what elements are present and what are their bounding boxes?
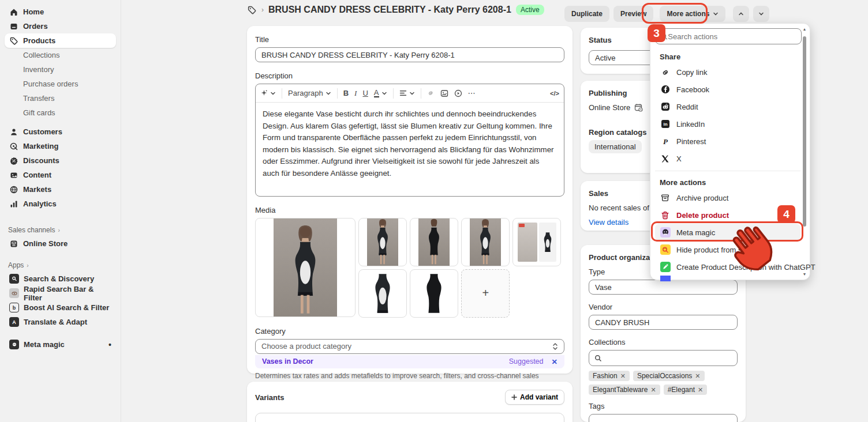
sidebar-item-online-store[interactable]: Online Store (5, 236, 116, 251)
description-textarea[interactable]: Diese elegante Vase besticht durch ihr s… (256, 103, 564, 196)
underline-button[interactable]: U (362, 89, 368, 97)
scrollbar-thumb[interactable] (803, 36, 806, 227)
chevron-down-icon (381, 91, 387, 96)
sales-channels-header[interactable]: Sales channels › (0, 224, 121, 236)
ai-magic-button[interactable] (260, 89, 276, 97)
collection-chip[interactable]: #Elegant✕ (664, 385, 708, 395)
sidebar-item-transfers[interactable]: Transfers (5, 91, 116, 106)
sidebar-item-inventory[interactable]: Inventory (5, 62, 116, 77)
sidebar-app-rapid-search[interactable]: Rapid Search Bar & Filter (5, 286, 116, 300)
menu-item-partial[interactable] (655, 276, 800, 281)
media-thumbnail-6[interactable] (358, 269, 407, 318)
media-thumbnail-main[interactable] (255, 218, 356, 317)
actions-search-field[interactable] (655, 28, 802, 44)
type-input[interactable] (589, 280, 738, 295)
remove-chip-icon[interactable]: ✕ (650, 386, 656, 394)
menu-item-facebook[interactable]: Facebook (655, 81, 800, 98)
sidebar-item-discounts[interactable]: Discounts (5, 153, 116, 168)
html-code-button[interactable]: </> (550, 90, 559, 97)
svg-text:P: P (663, 137, 668, 146)
toolbar-divider (393, 88, 394, 99)
sidebar-app-search-discovery[interactable]: Search & Discovery (5, 272, 116, 286)
scroll-up-arrow[interactable]: ▲ (802, 27, 807, 31)
menu-item-chatgpt-description[interactable]: Create Product Description with ChatGPT (655, 258, 800, 276)
media-thumbnail-3[interactable] (410, 218, 458, 266)
menu-item-x[interactable]: X (655, 150, 800, 167)
actions-search-input[interactable] (668, 32, 796, 41)
menu-item-pinterest[interactable]: P Pinterest (655, 133, 800, 150)
vendor-input[interactable] (589, 315, 738, 330)
view-details-link[interactable]: View details (589, 218, 628, 227)
menu-item-linkedin[interactable]: in LinkedIn (655, 115, 800, 133)
sidebar-item-customers[interactable]: Customers (5, 125, 116, 139)
suggested-category[interactable]: Vases in Decor (262, 357, 313, 366)
chevron-down-icon (713, 11, 719, 17)
category-select[interactable]: Choose a product category (255, 339, 564, 354)
more-actions-button[interactable]: More actions (660, 6, 725, 22)
menu-item-meta-magic[interactable]: Meta magic (655, 224, 800, 241)
sparkle-icon (260, 89, 268, 97)
duplicate-button[interactable]: Duplicate (564, 6, 609, 22)
menu-item-reddit[interactable]: Reddit (655, 98, 800, 115)
more-formatting-button[interactable]: ⋯ (468, 89, 476, 97)
sidebar-item-analytics[interactable]: Analytics (5, 197, 116, 211)
bold-button[interactable]: B (343, 89, 349, 97)
dismiss-suggestion-icon[interactable]: ✕ (552, 357, 558, 366)
collection-chip[interactable]: Fashion✕ (589, 371, 630, 381)
sidebar-item-purchase-orders[interactable]: Purchase orders (5, 77, 116, 91)
search-discovery-app-icon (9, 274, 19, 284)
media-thumbnail-5[interactable] (512, 218, 561, 266)
previous-product-button[interactable] (733, 6, 749, 22)
menu-item-copy-link[interactable]: Copy link (655, 63, 800, 81)
remove-chip-icon[interactable]: ✕ (698, 386, 703, 394)
plus-icon: + (482, 287, 489, 300)
sidebar-item-marketing[interactable]: Marketing (5, 139, 116, 153)
italic-button[interactable]: I (354, 89, 357, 98)
remove-chip-icon[interactable]: ✕ (620, 372, 626, 380)
collection-chip[interactable]: ElegantTableware✕ (589, 385, 660, 395)
image-icon (440, 89, 448, 97)
title-input[interactable] (255, 47, 564, 62)
variant-option-row[interactable] (255, 413, 564, 422)
media-thumbnail-4[interactable] (461, 218, 510, 266)
tags-input[interactable] (589, 414, 738, 422)
sidebar-item-home[interactable]: Home (5, 5, 116, 19)
link-button[interactable] (427, 89, 435, 97)
collection-chip[interactable]: SpecialOccasions✕ (633, 371, 705, 381)
suggested-tag: Suggested (509, 357, 544, 366)
sidebar-item-content[interactable]: Content (5, 168, 116, 182)
more-actions-menu: Share Copy link Facebook Reddit in Linke… (650, 23, 810, 280)
menu-item-archive-product[interactable]: Archive product (655, 189, 800, 206)
insert-video-button[interactable] (454, 89, 462, 97)
add-media-tile[interactable]: + (461, 269, 510, 318)
alignment-button[interactable] (399, 89, 415, 97)
sidebar-app-meta-magic[interactable]: Meta magic • (5, 337, 116, 352)
page-title: BRUSH CANDY DRESS CELEBRITY - Katy Perry… (268, 5, 511, 15)
media-thumbnail-2[interactable] (358, 218, 407, 266)
text-color-button[interactable]: A (374, 89, 387, 97)
next-product-button[interactable] (753, 6, 769, 22)
sidebar-app-boost-ai[interactable]: b Boost AI Search & Filter (5, 300, 116, 315)
apps-header[interactable]: Apps › (0, 259, 121, 272)
sidebar-item-products[interactable]: Products (5, 33, 116, 48)
sidebar-item-gift-cards[interactable]: Gift cards (5, 106, 116, 120)
preview-button[interactable]: Preview (613, 6, 653, 22)
sidebar-app-translate-adapt[interactable]: A Translate & Adapt (5, 315, 116, 329)
sidebar-item-collections[interactable]: Collections (5, 48, 116, 62)
scroll-down-arrow[interactable]: ▼ (802, 272, 807, 276)
sidebar-item-orders[interactable]: Orders (5, 19, 116, 33)
paragraph-style-dropdown[interactable]: Paragraph (288, 89, 331, 97)
region-pill[interactable]: International (589, 140, 642, 153)
add-variant-button[interactable]: Add variant (505, 390, 564, 405)
remove-chip-icon[interactable]: ✕ (695, 372, 700, 380)
collections-search-input[interactable] (606, 354, 732, 363)
dropdown-scrollbar[interactable]: ▲ ▼ (802, 27, 807, 276)
menu-item-hide-product-from-search[interactable]: Hide product from search (655, 241, 800, 258)
chevron-down-icon (326, 91, 331, 96)
media-thumbnail-7[interactable] (410, 269, 458, 318)
facebook-icon (661, 85, 670, 94)
status-badge: Active (516, 5, 544, 15)
insert-image-button[interactable] (440, 89, 448, 97)
collections-search (589, 350, 738, 366)
sidebar-item-markets[interactable]: Markets (5, 182, 116, 197)
